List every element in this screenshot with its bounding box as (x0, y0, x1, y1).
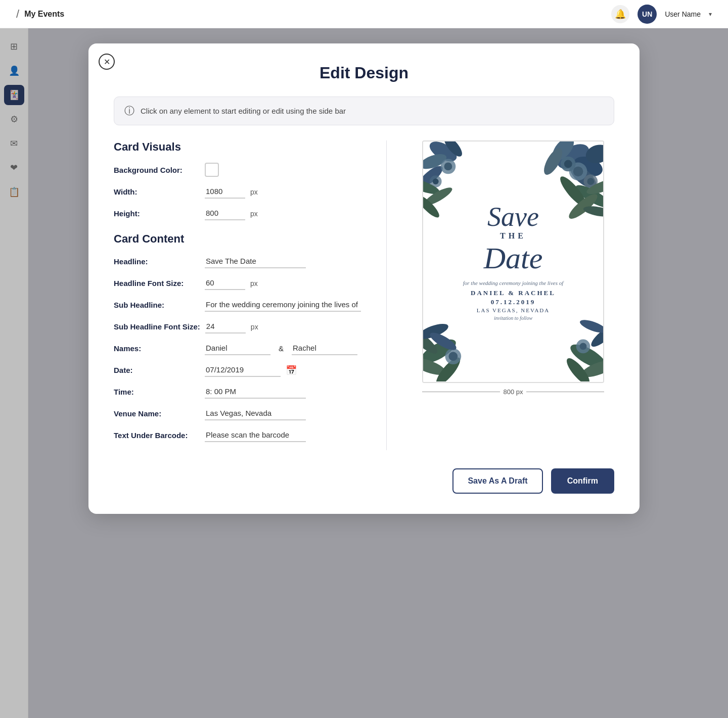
card-location-text: LAS VEGAS, NEVADA (463, 307, 563, 313)
svg-point-19 (441, 141, 465, 159)
svg-point-5 (540, 146, 566, 177)
card-invitation-text: invitation to follow (463, 315, 563, 321)
ampersand-symbol: & (279, 344, 284, 353)
svg-point-23 (430, 175, 442, 187)
svg-point-11 (587, 178, 594, 185)
page-layout: ⊞ 👤 🃏 ⚙ ✉ ❤ 📋 ✕ Edit Design ⓘ Click on a… (0, 28, 728, 718)
card-text-center: Save THE Date for the wedding ceremony j… (453, 193, 573, 331)
topbar-left: / My Events (16, 8, 64, 21)
svg-point-17 (426, 141, 460, 165)
svg-point-12 (573, 181, 603, 212)
username-label: User Name (665, 10, 701, 18)
card-the-text: THE (463, 231, 563, 241)
preview-wrapper: 1350 px (422, 140, 604, 396)
svg-point-13 (585, 176, 603, 197)
barcode-text-input[interactable] (205, 428, 306, 442)
svg-point-3 (566, 161, 600, 192)
close-button[interactable]: ✕ (99, 54, 115, 70)
height-row: Height: px (114, 207, 361, 220)
sub-headline-label: Sub Headline: (114, 301, 200, 309)
svg-point-10 (583, 174, 598, 188)
svg-point-7 (573, 166, 583, 176)
svg-point-1 (571, 153, 603, 180)
svg-point-24 (433, 178, 439, 184)
topbar: / My Events 🔔 UN User Name ▾ (0, 0, 728, 28)
width-label: Width: (114, 187, 200, 196)
headline-font-size-row: Headline Font Size: px (114, 276, 361, 290)
modal-overlay: ✕ Edit Design ⓘ Click on any element to … (0, 28, 728, 718)
height-unit: px (250, 210, 258, 218)
width-unit: px (250, 188, 258, 196)
width-dimension-label: 800 px (422, 388, 604, 396)
edit-design-modal: ✕ Edit Design ⓘ Click on any element to … (88, 43, 640, 514)
svg-point-38 (563, 355, 593, 381)
sub-headline-font-size-row: Sub Headline Font Size: px (114, 320, 361, 333)
svg-point-20 (423, 163, 446, 190)
svg-point-26 (423, 184, 454, 208)
confirm-button[interactable]: Confirm (551, 468, 614, 494)
preview-column: 1350 px (412, 140, 614, 396)
svg-point-42 (578, 317, 603, 336)
modal-title: Edit Design (114, 64, 614, 82)
venue-row: Venue Name: (114, 407, 361, 420)
svg-point-9 (564, 160, 572, 168)
time-label: Time: (114, 388, 200, 396)
sub-headline-font-size-unit: px (251, 323, 258, 331)
svg-point-2 (549, 141, 578, 165)
date-label: Date: (114, 366, 200, 374)
name1-input[interactable] (205, 342, 270, 355)
width-input[interactable] (205, 185, 245, 199)
modal-actions: Save As A Draft Confirm (114, 468, 614, 494)
names-row: Names: & (114, 342, 361, 355)
headline-font-size-input[interactable] (205, 276, 245, 290)
height-label: Height: (114, 209, 200, 218)
svg-point-18 (423, 151, 448, 172)
topbar-title: My Events (24, 10, 64, 19)
card-date-script: Date (463, 242, 563, 275)
svg-point-22 (444, 163, 452, 171)
name2-input[interactable] (292, 342, 357, 355)
venue-label: Venue Name: (114, 409, 200, 418)
date-input[interactable] (205, 363, 281, 377)
width-line-left (422, 392, 500, 392)
background-color-label: Background Color: (114, 166, 200, 174)
time-input[interactable] (205, 385, 306, 399)
svg-point-39 (576, 340, 590, 354)
card-preview: Save THE Date for the wedding ceremony j… (422, 140, 604, 383)
sub-headline-input[interactable] (205, 298, 361, 312)
names-label: Names: (114, 344, 200, 353)
svg-point-4 (584, 142, 603, 166)
sub-headline-font-size-label: Sub Headline Font Size: (114, 322, 200, 331)
info-banner: ⓘ Click on any element to start editing … (114, 97, 614, 125)
width-line-right (526, 392, 604, 392)
chevron-down-icon: ▾ (709, 11, 712, 18)
svg-point-16 (582, 205, 603, 219)
wedding-card: Save THE Date for the wedding ceremony j… (423, 141, 603, 382)
svg-point-36 (567, 340, 603, 373)
svg-point-31 (423, 325, 440, 357)
topbar-right: 🔔 UN User Name ▾ (611, 5, 712, 24)
headline-label: Headline: (114, 257, 200, 266)
avatar: UN (638, 5, 657, 24)
svg-point-8 (561, 157, 576, 172)
venue-input[interactable] (205, 407, 306, 420)
topbar-slash: / (16, 8, 19, 21)
notifications-button[interactable]: 🔔 (611, 5, 629, 23)
headline-font-size-unit: px (250, 279, 258, 288)
svg-point-32 (445, 348, 462, 364)
card-save-text: Save (463, 203, 563, 230)
height-input[interactable] (205, 207, 245, 220)
background-color-row: Background Color: (114, 163, 361, 177)
sub-headline-font-size-input[interactable] (205, 320, 246, 333)
card-names-text: DANIEL & RACHEL (463, 289, 563, 297)
background-color-swatch[interactable] (205, 163, 219, 177)
save-draft-button[interactable]: Save As A Draft (452, 468, 542, 494)
card-sub-text: for the wedding ceremony joining the liv… (463, 280, 563, 286)
sub-headline-row: Sub Headline: (114, 298, 361, 312)
date-row: Date: 📅 (114, 363, 361, 377)
headline-input[interactable] (205, 255, 306, 268)
calendar-icon[interactable]: 📅 (286, 365, 297, 376)
card-visuals-heading: Card Visuals (114, 140, 361, 154)
headline-row: Headline: (114, 255, 361, 268)
card-date-num: 07.12.2019 (463, 298, 563, 306)
